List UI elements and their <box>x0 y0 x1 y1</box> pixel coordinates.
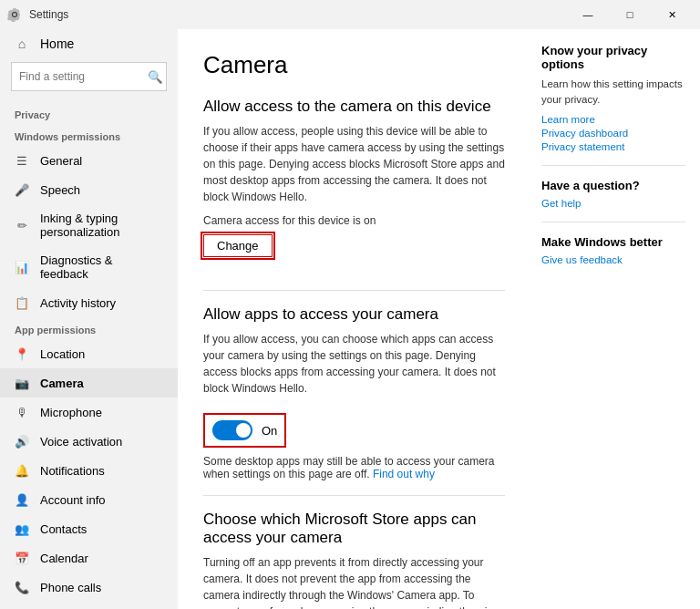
microphone-icon: 🎙 <box>15 405 29 419</box>
diagnostics-icon: 📊 <box>15 260 29 274</box>
sidebar-item-general[interactable]: ☰ General <box>0 146 178 175</box>
activity-icon: 📋 <box>15 295 29 310</box>
know-text: Learn how this setting impacts your priv… <box>541 77 685 108</box>
account-icon: 👤 <box>15 492 29 507</box>
content-area: Camera Allow access to the camera on thi… <box>178 29 700 609</box>
section3-desc: Turning off an app prevents it from dire… <box>203 554 505 609</box>
main-toggle-label: On <box>262 424 277 438</box>
app-container: ⌂ Home 🔍 Privacy Windows permissions ☰ G… <box>0 29 700 609</box>
inking-icon: ✏ <box>15 218 29 232</box>
settings-icon <box>7 7 22 22</box>
search-icon-button[interactable]: 🔍 <box>148 70 163 84</box>
sidebar-item-microphone[interactable]: 🎙 Microphone <box>0 397 178 427</box>
search-input[interactable] <box>11 62 167 91</box>
search-box: 🔍 <box>11 62 167 91</box>
minimize-button[interactable]: — <box>567 0 609 29</box>
main-toggle-row: On <box>203 413 286 448</box>
location-icon: 📍 <box>15 346 29 361</box>
sidebar-item-voice[interactable]: 🔊 Voice activation <box>0 427 178 456</box>
right-divider1 <box>541 165 685 166</box>
section2-desc: If you allow access, you can choose whic… <box>203 331 505 397</box>
sidebar-item-speech[interactable]: 🎤 Speech <box>0 175 178 204</box>
titlebar-left: Settings <box>7 7 68 22</box>
sidebar: ⌂ Home 🔍 Privacy Windows permissions ☰ G… <box>0 29 178 609</box>
general-icon: ☰ <box>15 153 29 168</box>
titlebar: Settings — □ ✕ <box>0 0 700 29</box>
sidebar-item-home[interactable]: ⌂ Home <box>0 29 178 58</box>
right-panel: Know your privacy options Learn how this… <box>527 29 700 609</box>
desktop-note: Some desktop apps may still be able to a… <box>203 455 505 480</box>
change-button[interactable]: Change <box>203 234 273 257</box>
phone-icon: 📞 <box>15 580 29 594</box>
section3-title: Choose which Microsoft Store apps can ac… <box>203 511 505 547</box>
privacy-label: Privacy <box>0 102 178 124</box>
question-title: Have a question? <box>541 179 685 192</box>
main-camera-toggle[interactable] <box>212 420 252 440</box>
main-content: Camera Allow access to the camera on thi… <box>178 29 527 609</box>
sidebar-item-camera[interactable]: 📷 Camera <box>0 368 178 397</box>
camera-icon: 📷 <box>15 376 29 390</box>
right-divider2 <box>541 222 685 222</box>
privacy-dashboard-link[interactable]: Privacy dashboard <box>541 128 685 139</box>
sidebar-item-diagnostics[interactable]: 📊 Diagnostics & feedback <box>0 246 178 288</box>
sidebar-item-inking[interactable]: ✏ Inking & typing personalization <box>0 204 178 246</box>
close-button[interactable]: ✕ <box>651 0 693 29</box>
speech-icon: 🎤 <box>15 182 29 197</box>
divider2 <box>203 495 505 496</box>
find-out-why-link[interactable]: Find out why <box>373 468 435 480</box>
privacy-statement-link[interactable]: Privacy statement <box>541 141 685 152</box>
know-title: Know your privacy options <box>541 44 685 71</box>
windows-permissions-label: Windows permissions <box>0 124 178 146</box>
page-title: Camera <box>203 51 505 79</box>
sidebar-item-activity[interactable]: 📋 Activity history <box>0 288 178 317</box>
notifications-icon: 🔔 <box>15 463 29 478</box>
sidebar-item-account[interactable]: 👤 Account info <box>0 485 178 514</box>
section1-desc: If you allow access, people using this d… <box>203 123 505 205</box>
sidebar-item-calendar[interactable]: 📅 Calendar <box>0 543 178 573</box>
windows-better-title: Make Windows better <box>541 235 685 249</box>
titlebar-controls: — □ ✕ <box>567 0 693 29</box>
sidebar-item-notifications[interactable]: 🔔 Notifications <box>0 456 178 485</box>
home-icon: ⌂ <box>15 36 29 51</box>
sidebar-item-location[interactable]: 📍 Location <box>0 339 178 368</box>
divider1 <box>203 290 505 291</box>
give-feedback-link[interactable]: Give us feedback <box>541 254 685 265</box>
sidebar-item-phone[interactable]: 📞 Phone calls <box>0 573 178 602</box>
app-permissions-label: App permissions <box>0 317 178 339</box>
learn-more-link[interactable]: Learn more <box>541 114 685 125</box>
camera-status: Camera access for this device is on <box>203 214 505 227</box>
get-help-link[interactable]: Get help <box>541 198 685 209</box>
maximize-button[interactable]: □ <box>609 0 651 29</box>
contacts-icon: 👥 <box>15 521 29 536</box>
sidebar-item-contacts[interactable]: 👥 Contacts <box>0 514 178 543</box>
titlebar-title: Settings <box>29 8 68 21</box>
voice-icon: 🔊 <box>15 434 29 449</box>
section2-title: Allow apps to access your camera <box>203 305 505 324</box>
sidebar-item-call-history[interactable]: 📜 Call history <box>0 602 178 609</box>
section1-title: Allow access to the camera on this devic… <box>203 98 505 116</box>
calendar-icon: 📅 <box>15 551 29 565</box>
